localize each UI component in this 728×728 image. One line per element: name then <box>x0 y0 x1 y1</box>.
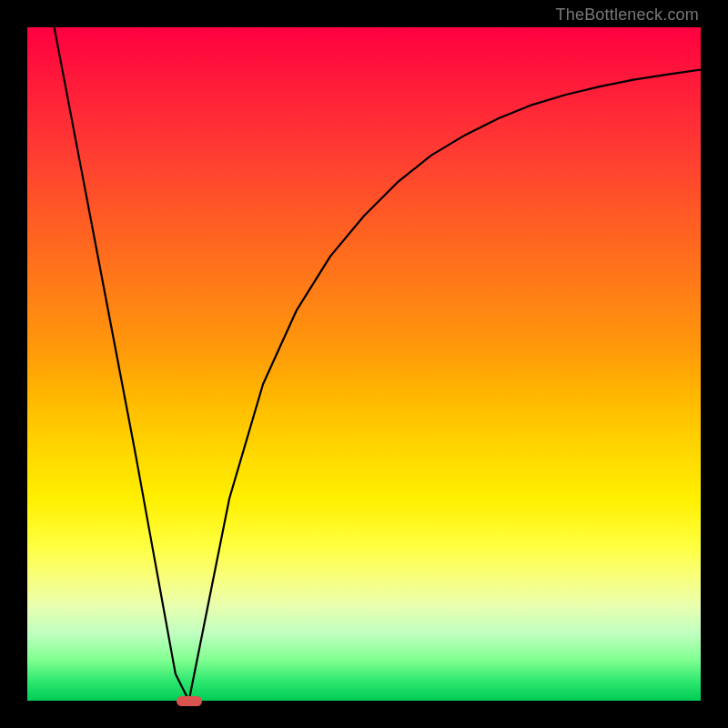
curve-svg <box>27 27 701 701</box>
chart-frame: TheBottleneck.com <box>0 0 728 728</box>
curve-path <box>55 27 701 701</box>
watermark-text: TheBottleneck.com <box>556 5 699 25</box>
minimum-marker <box>177 696 202 706</box>
